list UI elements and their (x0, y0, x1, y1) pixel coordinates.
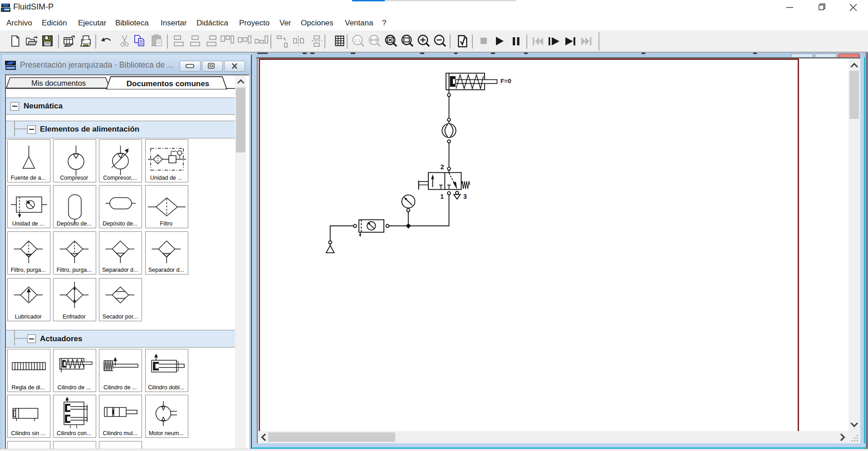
svg-text:3: 3 (463, 192, 467, 200)
svg-text:2: 2 (441, 163, 444, 170)
svg-text:F=0: F=0 (500, 78, 511, 84)
svg-text:1: 1 (440, 192, 444, 200)
svg-text:FESTO: FESTO (6, 67, 15, 69)
svg-text:1:1: 1:1 (354, 38, 360, 43)
svg-text:Mis documentos: Mis documentos (31, 79, 86, 87)
svg-text:Documentos comunes: Documentos comunes (127, 79, 209, 88)
